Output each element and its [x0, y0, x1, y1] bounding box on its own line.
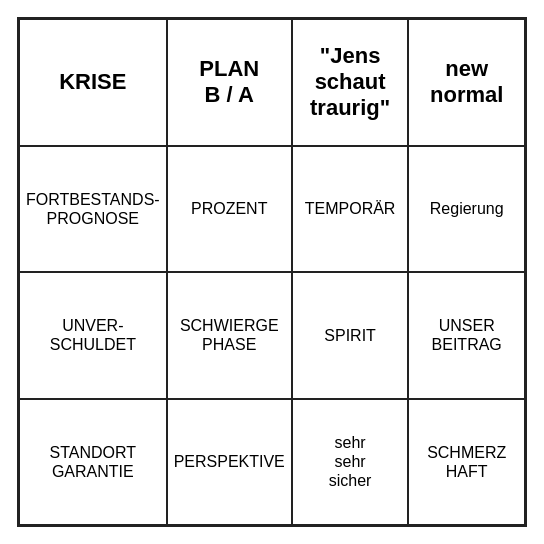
cell-text-prozent: PROZENT	[191, 199, 267, 218]
cell-text-spirit: SPIRIT	[324, 326, 376, 345]
cell-jens: "Jens schaut traurig"	[292, 19, 409, 146]
cell-schwierge: SCHWIERGE PHASE	[167, 272, 292, 399]
cell-text-schmerz: SCHMERZ HAFT	[427, 443, 506, 481]
cell-prozent: PROZENT	[167, 146, 292, 273]
cell-krise: KRISE	[19, 19, 167, 146]
cell-fortbestand: FORTBESTANDS- PROGNOSE	[19, 146, 167, 273]
cell-text-perspektive: PERSPEKTIVE	[174, 452, 285, 471]
cell-text-new-normal: new normal	[430, 56, 503, 109]
cell-temporar: TEMPORÄR	[292, 146, 409, 273]
cell-unser: UNSER BEITRAG	[408, 272, 525, 399]
cell-perspektive: PERSPEKTIVE	[167, 399, 292, 526]
cell-text-krise: KRISE	[59, 69, 126, 95]
cell-standort: STANDORT GARANTIE	[19, 399, 167, 526]
cell-spirit: SPIRIT	[292, 272, 409, 399]
cell-text-schwierge: SCHWIERGE PHASE	[180, 316, 279, 354]
cell-unverschuldet: UNVER- SCHULDET	[19, 272, 167, 399]
bingo-grid: KRISEPLAN B / A"Jens schaut traurig"new …	[17, 17, 527, 527]
cell-sehr: sehr sehr sicher	[292, 399, 409, 526]
cell-text-sehr: sehr sehr sicher	[329, 433, 372, 491]
cell-text-unser: UNSER BEITRAG	[432, 316, 502, 354]
cell-text-jens: "Jens schaut traurig"	[310, 43, 390, 122]
cell-text-plan-b-a: PLAN B / A	[199, 56, 259, 109]
cell-plan-b-a: PLAN B / A	[167, 19, 292, 146]
cell-schmerz: SCHMERZ HAFT	[408, 399, 525, 526]
cell-new-normal: new normal	[408, 19, 525, 146]
cell-text-fortbestand: FORTBESTANDS- PROGNOSE	[26, 190, 160, 228]
cell-text-temporar: TEMPORÄR	[305, 199, 396, 218]
cell-regierung: Regierung	[408, 146, 525, 273]
cell-text-unverschuldet: UNVER- SCHULDET	[50, 316, 136, 354]
cell-text-standort: STANDORT GARANTIE	[50, 443, 137, 481]
cell-text-regierung: Regierung	[430, 199, 504, 218]
